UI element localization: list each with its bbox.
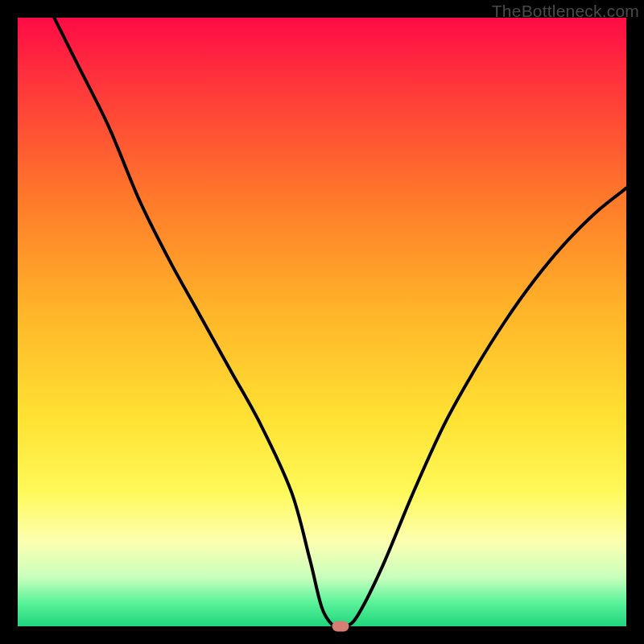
watermark-text: TheBottleneck.com [492, 2, 639, 21]
chart-frame: TheBottleneck.com [0, 0, 644, 644]
minimum-marker [332, 621, 349, 632]
plot-area [18, 18, 626, 626]
